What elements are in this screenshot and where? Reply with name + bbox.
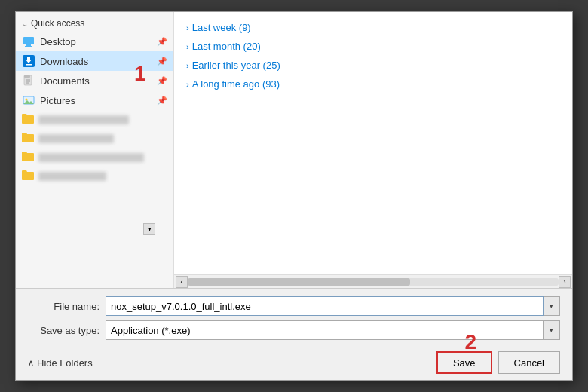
filename-row: File name: ▾ (28, 296, 560, 316)
file-group-last-week[interactable]: › Last week (9) (186, 18, 560, 37)
save-button[interactable]: Save (436, 351, 492, 374)
quick-access-header[interactable]: ⌄ Quick access (16, 15, 173, 32)
hide-folders-label: Hide Folders (37, 357, 93, 369)
h-scrollbar-thumb (188, 278, 410, 286)
pin-icon-documents: 📌 (157, 76, 167, 86)
save-dialog: ⌄ Quick access Desktop 📌 (15, 11, 573, 381)
filename-dropdown-btn[interactable]: ▾ (544, 296, 560, 316)
chevron-right-icon-2: › (186, 61, 189, 70)
chevron-right-icon: › (564, 278, 566, 286)
horizontal-scroll-area: ‹ › (174, 274, 572, 288)
chevron-right-icon-1: › (186, 42, 189, 51)
h-scrollbar[interactable] (188, 278, 559, 286)
blurred-folder-1 (16, 110, 173, 129)
documents-icon (22, 74, 35, 87)
filename-input-wrap: ▾ (106, 296, 560, 316)
hide-folders-chevron-icon: ∧ (28, 358, 34, 368)
file-list: › Last week (9) › Last month (20) › Earl… (174, 12, 572, 274)
sidebar-scroll-down[interactable]: ▾ (143, 223, 155, 235)
cancel-button[interactable]: Cancel (498, 351, 560, 374)
file-group-label-2: Earlier this year (25) (192, 60, 280, 71)
savetype-row: Save as type: ▾ (28, 320, 560, 340)
hide-folders-button[interactable]: ∧ Hide Folders (28, 357, 93, 369)
sidebar-item-desktop[interactable]: Desktop 📌 (16, 32, 173, 51)
scroll-right-btn[interactable]: › (559, 276, 571, 288)
desktop-icon (22, 35, 35, 48)
savetype-input[interactable] (106, 320, 544, 340)
chevron-down-icon: ▾ (148, 225, 152, 233)
savetype-input-wrap: ▾ (106, 320, 560, 340)
blurred-folder-2 (16, 129, 173, 148)
chevron-left-icon: ‹ (181, 278, 183, 286)
footer-buttons: Save Cancel (436, 351, 560, 374)
chevron-right-icon-0: › (186, 23, 189, 32)
downloads-icon (22, 54, 35, 68)
svg-rect-2 (25, 46, 32, 47)
pin-icon-desktop: 📌 (157, 37, 167, 47)
blurred-folder-4 (16, 167, 173, 185)
savetype-dropdown-btn[interactable]: ▾ (544, 320, 560, 340)
main-content: › Last week (9) › Last month (20) › Earl… (174, 12, 572, 288)
quick-access-chevron: ⌄ (22, 20, 28, 28)
sidebar-item-downloads-label: Downloads (40, 56, 152, 67)
sidebar-item-pictures-label: Pictures (40, 95, 152, 106)
form-area: File name: ▾ Save as type: ▾ (16, 288, 572, 345)
file-group-earlier-year[interactable]: › Earlier this year (25) (186, 56, 560, 75)
file-group-long-ago[interactable]: › A long time ago (93) (186, 75, 560, 93)
scroll-left-btn[interactable]: ‹ (176, 276, 188, 288)
svg-rect-0 (23, 37, 34, 44)
folder-icon-4 (22, 170, 34, 182)
quick-access-label: Quick access (31, 18, 84, 29)
dropdown-arrow-icon: ▾ (550, 302, 553, 310)
sidebar-scroll-btn[interactable]: ▾ (143, 223, 155, 235)
sidebar-item-documents[interactable]: Documents 📌 (16, 71, 173, 90)
svg-rect-7 (24, 75, 30, 78)
file-group-label-1: Last month (20) (192, 41, 261, 52)
blurred-folder-3 (16, 148, 173, 167)
sidebar: ⌄ Quick access Desktop 📌 (16, 12, 174, 288)
file-group-last-month[interactable]: › Last month (20) (186, 37, 560, 56)
file-group-label-3: A long time ago (93) (192, 78, 280, 90)
savetype-dropdown-icon: ▾ (550, 326, 553, 334)
svg-rect-1 (26, 44, 31, 46)
folder-icon-1 (22, 113, 34, 126)
folder-icon-3 (22, 151, 34, 164)
pictures-icon (22, 93, 35, 107)
savetype-label: Save as type: (28, 325, 100, 336)
sidebar-item-downloads[interactable]: Downloads 📌 (16, 51, 173, 71)
svg-rect-5 (26, 64, 32, 66)
file-group-label-0: Last week (9) (192, 22, 251, 33)
sidebar-item-documents-label: Documents (40, 75, 152, 87)
sidebar-item-desktop-label: Desktop (40, 36, 152, 47)
filename-input[interactable] (106, 296, 544, 316)
pin-icon-pictures: 📌 (157, 96, 167, 106)
pin-icon-downloads: 📌 (157, 57, 167, 66)
filename-label: File name: (28, 301, 100, 312)
chevron-right-icon-3: › (186, 80, 189, 89)
sidebar-item-pictures[interactable]: Pictures 📌 (16, 90, 173, 110)
folder-icon-2 (22, 132, 34, 145)
footer: ∧ Hide Folders Save Cancel (16, 345, 572, 380)
